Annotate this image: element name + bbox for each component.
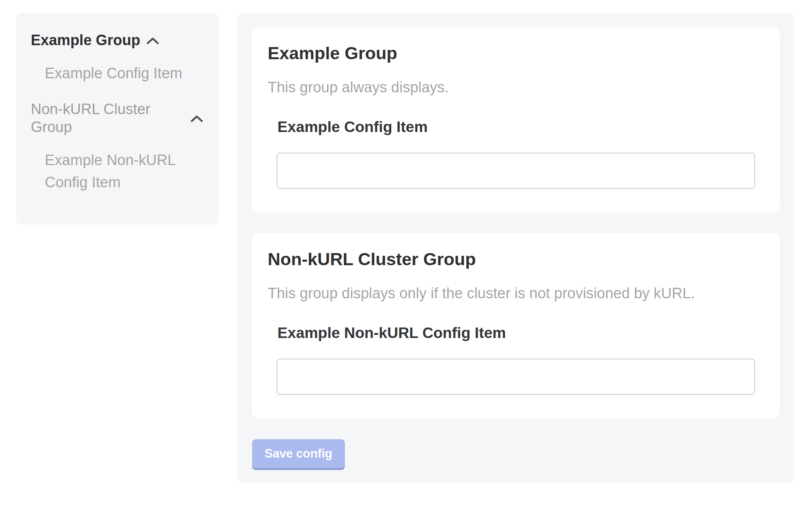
group-description: This group always displays. bbox=[268, 79, 764, 96]
group-title: Non-kURL Cluster Group bbox=[268, 250, 764, 269]
save-config-button[interactable]: Save config bbox=[252, 439, 345, 468]
nav-group-example-group: Example Group Example Config Item bbox=[31, 31, 203, 84]
config-group-card-example-group: Example Group This group always displays… bbox=[252, 27, 780, 213]
sidebar-group-label: Example Group bbox=[31, 31, 140, 49]
config-page: Example Group Example Config Item Non-kU… bbox=[0, 0, 812, 505]
example-config-item-input[interactable] bbox=[277, 153, 755, 189]
config-item-label: Example Config Item bbox=[277, 118, 755, 136]
sidebar-group-non-kurl-cluster-group[interactable]: Non-kURL Cluster Group bbox=[31, 100, 203, 136]
chevron-up-icon[interactable] bbox=[190, 114, 203, 123]
group-title: Example Group bbox=[268, 44, 764, 63]
example-non-kurl-config-item-input[interactable] bbox=[277, 359, 755, 395]
group-description: This group displays only if the cluster … bbox=[268, 285, 764, 302]
nav-group-non-kurl-cluster-group: Non-kURL Cluster Group Example Non-kURL … bbox=[31, 100, 203, 194]
config-group-card-non-kurl-cluster-group: Non-kURL Cluster Group This group displa… bbox=[252, 233, 780, 419]
config-item-label: Example Non-kURL Config Item bbox=[277, 324, 755, 342]
sidebar-item-example-config-item[interactable]: Example Config Item bbox=[45, 62, 201, 84]
config-item: Example Non-kURL Config Item bbox=[277, 324, 755, 395]
chevron-up-icon[interactable] bbox=[146, 37, 159, 45]
config-item: Example Config Item bbox=[277, 118, 755, 189]
config-nav-sidebar: Example Group Example Config Item Non-kU… bbox=[16, 13, 218, 225]
sidebar-group-label: Non-kURL Cluster Group bbox=[31, 100, 184, 136]
config-content-panel: Example Group This group always displays… bbox=[238, 13, 794, 482]
sidebar-group-example-group[interactable]: Example Group bbox=[31, 31, 203, 49]
sidebar-item-example-non-kurl-config-item[interactable]: Example Non-kURL Config Item bbox=[45, 149, 201, 194]
